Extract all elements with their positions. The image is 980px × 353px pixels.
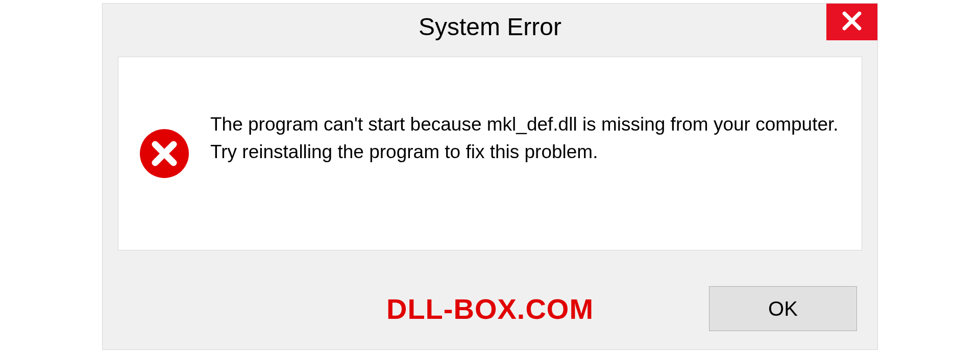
close-icon xyxy=(841,10,863,34)
ok-button[interactable]: OK xyxy=(709,286,857,331)
titlebar: System Error xyxy=(103,4,877,49)
message-block: The program can't start because mkl_def.… xyxy=(210,111,841,165)
dialog-footer: DLL-BOX.COM OK xyxy=(103,268,877,349)
message-line-1: The program can't start because mkl_def.… xyxy=(210,111,841,138)
content-panel: The program can't start because mkl_def.… xyxy=(118,57,862,250)
watermark-text: DLL-BOX.COM xyxy=(386,292,594,325)
error-icon xyxy=(139,128,190,179)
message-line-2: Try reinstalling the program to fix this… xyxy=(210,138,841,166)
ok-button-label: OK xyxy=(768,297,798,320)
dialog-title: System Error xyxy=(419,13,561,41)
close-button[interactable] xyxy=(826,4,877,40)
error-dialog: System Error The program can't start bec… xyxy=(102,3,878,350)
